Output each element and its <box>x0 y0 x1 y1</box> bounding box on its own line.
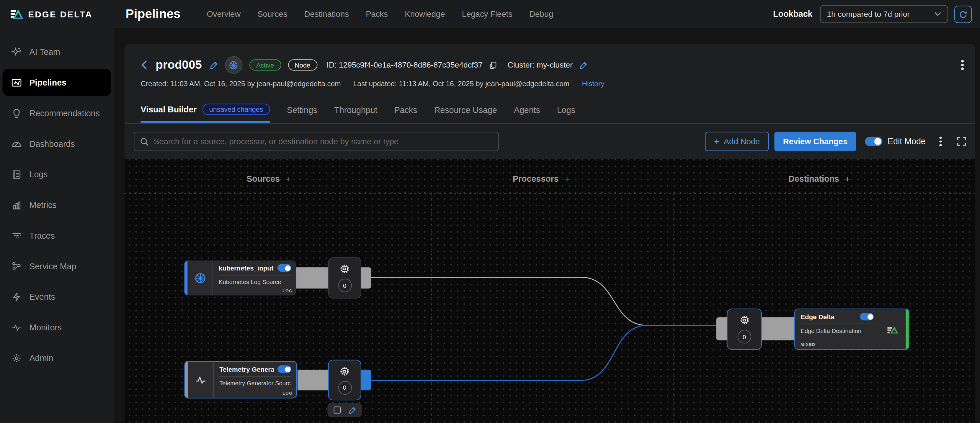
lookback-select[interactable]: 1h compared to 7d prior <box>820 5 948 23</box>
kubernetes-icon <box>229 60 239 70</box>
lightbulb-icon <box>11 108 22 118</box>
select-checkbox[interactable] <box>334 407 340 413</box>
tab-settings[interactable]: Settings <box>287 97 317 123</box>
node-type-badge: LOG <box>283 288 293 293</box>
top-nav-packs[interactable]: Packs <box>366 10 388 19</box>
chip-icon <box>339 366 350 376</box>
pipeline-header: prod005 Act <box>140 56 964 74</box>
node-edge-delta-destination[interactable]: Edge Delta Edge Delta Destination MIXED <box>794 309 910 350</box>
tab-label: Resource Usage <box>434 106 497 115</box>
tab-agents[interactable]: Agents <box>514 97 540 123</box>
top-nav-legacy-fleets[interactable]: Legacy Fleets <box>462 10 512 19</box>
node-telemetry-generator[interactable]: Telemetry Generato... Telemetry Generato… <box>185 361 297 399</box>
pipeline-menu-kebab-icon[interactable] <box>961 60 964 70</box>
sidebar-item-label: Recommendations <box>30 108 100 118</box>
edge-delta-logo-icon <box>879 309 905 349</box>
node-accent <box>185 260 188 296</box>
edge-delta-logo[interactable]: EDGE DELTA <box>0 7 116 21</box>
top-nav-knowledge[interactable]: Knowledge <box>405 10 445 19</box>
node-enabled-toggle[interactable] <box>277 366 291 373</box>
sidebar-item-events[interactable]: Events <box>2 283 111 311</box>
sidebar-item-label: Service Map <box>30 261 76 271</box>
refresh-button[interactable] <box>954 5 972 23</box>
node-subtitle: Edge Delta Destination <box>800 327 874 334</box>
lightning-icon <box>11 292 22 302</box>
edit-mode-toggle[interactable] <box>865 137 883 146</box>
add-node-label: Add Node <box>724 137 760 146</box>
pipeline-id: ID: 1295c9f4-0e1a-4870-8d86-87c35e4dcf37 <box>327 60 483 69</box>
sidebar-item-service-map[interactable]: Service Map <box>2 252 111 280</box>
cluster-label: Cluster: my-cluster <box>508 60 573 69</box>
gauge-icon <box>11 138 22 149</box>
sidebar-item-admin[interactable]: Admin <box>2 344 111 372</box>
edit-cluster-pencil-icon[interactable] <box>579 61 588 69</box>
toolbar-kebab-icon[interactable] <box>939 136 942 147</box>
sidebar-item-monitors[interactable]: Monitors <box>2 314 111 341</box>
top-nav-sources[interactable]: Sources <box>258 10 287 19</box>
review-changes-button[interactable]: Review Changes <box>774 132 856 151</box>
history-link[interactable]: History <box>582 80 604 87</box>
tab-resource-usage[interactable]: Resource Usage <box>434 97 497 123</box>
tab-label: Throughput <box>334 106 377 115</box>
chip-icon <box>339 264 350 274</box>
search-input[interactable] <box>134 132 498 151</box>
sidebar-item-dashboards[interactable]: Dashboards <box>2 130 111 157</box>
node-enabled-toggle[interactable] <box>860 313 874 320</box>
top-nav-overview[interactable]: Overview <box>207 10 240 19</box>
edge-delta-logo-icon <box>10 7 24 21</box>
telemetry-pulse-icon <box>188 362 214 398</box>
main-content: prod005 Act <box>114 28 980 423</box>
sidebar-item-label: Pipelines <box>30 78 67 87</box>
node-accent <box>185 362 188 398</box>
connector-band <box>296 267 328 288</box>
top-nav-destinations[interactable]: Destinations <box>304 10 348 19</box>
top-nav-debug[interactable]: Debug <box>529 10 553 19</box>
lookback-label: Lookback <box>773 10 812 19</box>
edit-name-pencil-icon[interactable] <box>210 61 218 69</box>
sidebar-item-traces[interactable]: Traces <box>2 222 111 249</box>
edit-node-pencil-icon[interactable] <box>348 406 356 413</box>
processor-kubernetes[interactable]: 0 <box>328 257 361 298</box>
top-bar: EDGE DELTA Pipelines Overview Sources De… <box>0 0 980 28</box>
add-node-button[interactable]: Add Node <box>705 132 768 151</box>
gear-icon <box>11 353 22 363</box>
edit-mode-label: Edit Mode <box>888 137 926 146</box>
sidebar-item-metrics[interactable]: Metrics <box>2 191 111 219</box>
node-subtitle: Telemetry Generator Source <box>219 380 291 387</box>
sidebar-item-ai-team[interactable]: AI Team <box>2 38 111 65</box>
tab-throughput[interactable]: Throughput <box>334 97 377 123</box>
processor-destination[interactable]: 0 <box>727 309 762 350</box>
node-title: Edge Delta <box>800 313 834 320</box>
copy-icon[interactable] <box>489 61 497 69</box>
brand-text: EDGE DELTA <box>28 9 92 19</box>
node-title: kubernetes_input <box>219 264 273 272</box>
back-button[interactable] <box>140 60 147 70</box>
processor-telemetry[interactable]: 0 <box>328 360 361 401</box>
status-badge: Active <box>250 59 281 71</box>
node-kubernetes-input[interactable]: kubernetes_input Kubernetes Log Source L… <box>185 260 296 296</box>
connector-band <box>716 317 727 341</box>
node-type-badge: MIXED <box>800 342 815 347</box>
processor-count: 0 <box>737 330 751 344</box>
node-subtitle: Kubernetes Log Source <box>219 279 291 285</box>
connector-band <box>361 267 371 288</box>
document-icon <box>11 169 22 180</box>
sidebar-item-logs[interactable]: Logs <box>2 160 111 188</box>
builder-toolbar: Add Node Review Changes Edit Mode <box>134 132 966 151</box>
edge-kubernetes-to-destination <box>371 277 647 325</box>
sidebar-item-recommendations[interactable]: Recommendations <box>2 100 111 127</box>
pipeline-canvas[interactable]: Sources Processors Destinations <box>124 159 975 423</box>
tab-packs[interactable]: Packs <box>395 97 417 123</box>
pulse-icon <box>11 322 22 333</box>
sidebar-item-pipelines[interactable]: Pipelines <box>2 69 111 96</box>
kubernetes-badge <box>225 56 242 74</box>
unsaved-changes-badge: unsaved changes <box>202 103 270 115</box>
page-title: Pipelines <box>126 7 181 21</box>
node-enabled-toggle[interactable] <box>277 264 291 272</box>
tab-visual-builder[interactable]: Visual Builder unsaved changes <box>140 97 270 123</box>
tab-label: Settings <box>287 106 317 115</box>
processor-count: 0 <box>338 279 352 292</box>
tab-logs[interactable]: Logs <box>557 97 575 123</box>
fullscreen-icon[interactable] <box>957 137 966 146</box>
tab-label: Visual Builder <box>140 105 197 114</box>
